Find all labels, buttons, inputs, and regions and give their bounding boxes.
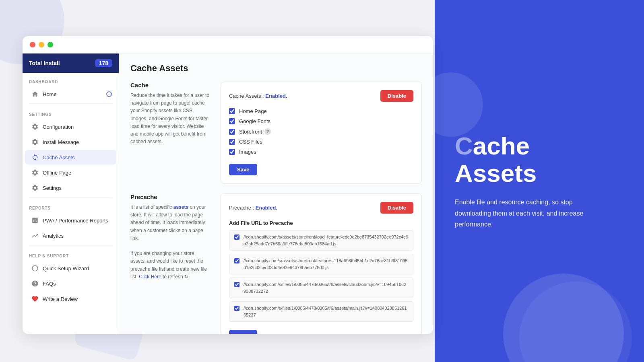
maximize-btn[interactable] — [47, 42, 53, 47]
app-layout: Total Install 178 DASHBOARD Home SETTING… — [23, 53, 433, 334]
checkbox-google-fonts: Google Fonts — [229, 118, 413, 124]
cache-disable-button[interactable]: Disable — [380, 90, 413, 102]
precache-status-row: Precache : Enabled. Disable — [229, 202, 413, 214]
main-content: Cache Assets Cache Reduce the time it ta… — [119, 53, 433, 334]
sidebar-section-dashboard: DASHBOARD — [23, 73, 119, 86]
precache-section-row: Precache It is a list of specific assets… — [130, 193, 422, 334]
click-here-link[interactable]: Click Here — [139, 274, 161, 280]
total-install-label: Total Install — [29, 60, 60, 66]
sidebar-item-quick-setup[interactable]: Quick Setup Wizard — [25, 261, 116, 276]
section-label-settings: SETTINGS — [29, 112, 52, 117]
checkbox-home-page: Home Page — [229, 108, 413, 114]
images-label: Images — [239, 149, 256, 155]
precache-url-1-checkbox[interactable] — [234, 234, 239, 240]
sidebar-item-settings[interactable]: Settings — [25, 181, 116, 195]
heart-icon — [31, 295, 39, 302]
sidebar-item-configuration[interactable]: Configuration — [25, 119, 116, 134]
section-label-dashboard: DASHBOARD — [29, 80, 58, 84]
quick-setup-icon — [31, 265, 39, 272]
titlebar — [23, 36, 433, 53]
precache-url-item-4: //cdn.shopify.com/s/files/1/0085/4478/03… — [229, 301, 413, 322]
precache-section-desc: It is a list of specific assets on your … — [130, 204, 211, 281]
faqs-icon — [31, 280, 39, 287]
precache-url-3-checkbox[interactable] — [234, 282, 239, 287]
precache-url-4-text: //cdn.shopify.com/s/files/1/0085/4478/03… — [244, 305, 408, 318]
checkbox-google-fonts-input[interactable] — [229, 118, 235, 124]
precache-save-button[interactable]: Save — [229, 330, 257, 334]
sidebar-item-analytics[interactable]: Analytics — [25, 228, 116, 243]
google-fonts-label: Google Fonts — [239, 118, 270, 124]
precache-status-value: Enabled. — [256, 205, 277, 211]
add-file-label: Add File URL to Precache — [229, 220, 413, 226]
precache-section-left: Precache It is a list of specific assets… — [130, 193, 211, 334]
precache-url-2-text: //cdn.shopify.com/s/assets/storefront/fe… — [244, 257, 408, 271]
right-panel: CacheAssets Enable file and resource cac… — [435, 0, 644, 362]
install-message-label: Install Message — [43, 139, 79, 145]
sidebar-header: Total Install 178 — [23, 53, 119, 73]
cache-section-card: Cache Assets : Enabled. Disable Home Pag… — [221, 82, 422, 184]
sidebar-item-cache-assets[interactable]: Cache Assets — [25, 150, 116, 165]
precache-section-title: Precache — [130, 193, 211, 200]
sidebar-section-settings: SETTINGS — [23, 105, 119, 119]
precache-url-2-checkbox[interactable] — [234, 258, 239, 263]
storefront-label: Storefront ? — [239, 128, 271, 135]
cache-save-button[interactable]: Save — [229, 164, 257, 175]
cache-status-label: Cache Assets : — [229, 93, 264, 99]
checkbox-images-input[interactable] — [229, 149, 235, 155]
sidebar: Total Install 178 DASHBOARD Home SETTING… — [23, 53, 119, 334]
minimize-btn[interactable] — [39, 42, 44, 47]
home-label: Home — [43, 91, 57, 97]
close-btn[interactable] — [30, 42, 35, 47]
settings-label: Settings — [43, 185, 62, 191]
sidebar-item-write-review[interactable]: Write a Review — [25, 292, 116, 306]
section-label-reports: REPORTS — [29, 206, 51, 210]
precache-status-text: Precache : Enabled. — [229, 205, 277, 211]
pwa-reports-label: PWA / Performance Reports — [43, 218, 108, 224]
sidebar-item-install-message[interactable]: Install Message — [25, 135, 116, 149]
section-label-help: HELP & SUPPORT — [29, 254, 69, 258]
sidebar-item-offline-page[interactable]: Offline Page — [25, 165, 116, 180]
faqs-label: FAQs — [43, 281, 56, 287]
precache-disable-button[interactable]: Disable — [380, 202, 413, 214]
write-review-label: Write a Review — [43, 296, 78, 302]
cache-section-row: Cache Reduce the time it takes for a use… — [130, 82, 422, 184]
precache-url-4-checkbox[interactable] — [234, 306, 239, 311]
sidebar-item-home[interactable]: Home — [25, 87, 116, 101]
precache-url-1-text: //cdn.shopify.com/s/assets/storefront/lo… — [244, 234, 408, 247]
checkbox-home-page-input[interactable] — [229, 108, 235, 114]
storefront-help-icon[interactable]: ? — [264, 128, 271, 135]
sidebar-item-faqs[interactable]: FAQs — [25, 276, 116, 291]
cache-assets-label: Cache Assets — [43, 154, 75, 160]
precache-section-card: Precache : Enabled. Disable Add File URL… — [221, 193, 422, 334]
home-page-label: Home Page — [239, 108, 267, 114]
page-title: Cache Assets — [130, 63, 422, 74]
checkbox-storefront-input[interactable] — [229, 129, 235, 135]
rp-circle2-decoration — [519, 282, 632, 362]
divider-1 — [29, 103, 112, 104]
cache-assets-icon — [31, 154, 39, 161]
install-message-icon — [31, 138, 39, 146]
cache-section-desc: Reduce the time it takes for a user to n… — [130, 92, 211, 146]
sidebar-section-reports: REPORTS — [23, 199, 119, 213]
checkbox-storefront: Storefront ? — [229, 128, 413, 135]
checkbox-images: Images — [229, 149, 413, 155]
offline-page-icon — [31, 169, 39, 176]
precache-url-item-1: //cdn.shopify.com/s/assets/storefront/lo… — [229, 230, 413, 251]
cache-status-text: Cache Assets : Enabled. — [229, 93, 287, 99]
cache-section-left: Cache Reduce the time it takes for a use… — [130, 82, 211, 184]
sidebar-item-pwa-reports[interactable]: PWA / Performance Reports — [25, 213, 116, 228]
settings-icon — [31, 184, 39, 191]
offline-page-label: Offline Page — [43, 170, 71, 176]
checkbox-css-files-input[interactable] — [229, 139, 235, 145]
home-settings-icon — [106, 91, 112, 97]
app-window: Total Install 178 DASHBOARD Home SETTING… — [23, 36, 433, 334]
sidebar-section-help: HELP & SUPPORT — [23, 247, 119, 261]
heading-first-char: C — [455, 132, 473, 160]
cache-status-value: Enabled. — [265, 93, 287, 99]
total-install-count: 178 — [95, 59, 112, 67]
configuration-icon — [31, 123, 39, 130]
right-panel-description: Enable file and resource caching, so sto… — [455, 197, 592, 230]
analytics-icon — [31, 232, 39, 239]
right-panel-heading: CacheAssets — [455, 132, 537, 187]
cache-section-title: Cache — [130, 82, 211, 88]
